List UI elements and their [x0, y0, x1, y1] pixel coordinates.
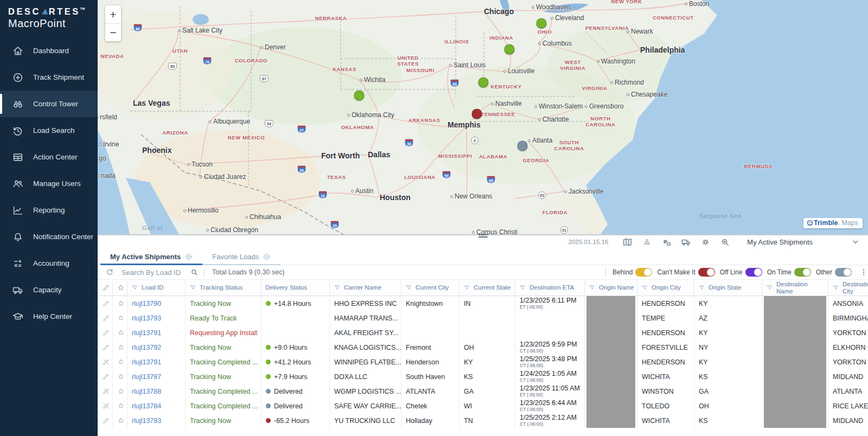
close-circle-icon[interactable] [184, 253, 193, 261]
shipment-marker-delivered[interactable] [518, 141, 528, 151]
city-dot [551, 17, 553, 20]
truck-icon[interactable] [681, 237, 691, 247]
cell-origin_state: KY [694, 325, 762, 340]
legend-toggle[interactable] [835, 268, 852, 277]
sidebar-item-action-center[interactable]: Action Center [0, 144, 98, 170]
gear-cloud-icon[interactable] [661, 237, 672, 247]
pencil-off-icon[interactable] [102, 387, 110, 395]
filter-funnel-icon[interactable] [334, 284, 341, 291]
sidebar-item-manage-users[interactable]: Manage Users [0, 170, 98, 197]
cell-load_id[interactable]: rlujl13788 [127, 384, 186, 399]
cell-load_id[interactable]: rlujl13791 [127, 325, 186, 340]
refresh-icon[interactable] [105, 268, 114, 277]
column-header-destination_name[interactable]: Destination Name [762, 280, 828, 296]
cell-tracking_status: Tracking Now [186, 296, 261, 311]
sidebar-item-dashboard[interactable]: Dashboard [0, 37, 98, 64]
star-icon[interactable] [117, 299, 125, 307]
pencil-off-icon[interactable] [102, 402, 110, 410]
column-header-delivery_status[interactable]: Delivery Status [261, 280, 330, 296]
column-header-origin_state[interactable]: Origin State [694, 280, 762, 296]
tab-favorite-loads[interactable]: Favorite Loads [202, 248, 280, 265]
pencil-icon[interactable] [102, 343, 110, 351]
sidebar-item-capacity[interactable]: Capacity [0, 277, 98, 303]
shipment-marker-on_time[interactable] [354, 91, 365, 101]
column-header-origin_name[interactable]: Origin Name [585, 280, 637, 296]
cell-load_id[interactable]: rlujl13790 [127, 296, 186, 311]
cluster-icon[interactable] [642, 237, 652, 247]
column-header-load_id[interactable]: Load ID [127, 280, 186, 296]
panel-drag-handle[interactable] [478, 234, 488, 238]
filter-funnel-icon[interactable] [519, 284, 526, 291]
close-circle-icon[interactable] [263, 253, 271, 261]
shipment-marker-cant_make_it[interactable] [472, 109, 482, 119]
map-zoom-out-button[interactable]: − [105, 23, 121, 41]
filter-funnel-icon[interactable] [131, 284, 138, 291]
pencil-icon[interactable] [102, 416, 110, 425]
map-zoom-in-button[interactable]: + [105, 5, 121, 23]
map-canvas[interactable]: NEVADAUTAHCOLORADONEBRASKAKANSASMISSOURI… [98, 0, 868, 234]
pencil-icon[interactable] [102, 299, 110, 307]
cell-destination_name [762, 384, 828, 399]
filter-funnel-icon[interactable] [766, 284, 773, 291]
filter-funnel-icon[interactable] [832, 284, 839, 291]
filter-funnel-icon[interactable] [641, 284, 648, 291]
column-header-current_city[interactable]: Current City [401, 280, 459, 296]
shipment-marker-on_time[interactable] [505, 44, 515, 55]
star-icon[interactable] [117, 329, 125, 337]
sidebar-item-reporting[interactable]: Reporting [0, 197, 98, 223]
legend-toggle[interactable] [794, 268, 811, 277]
sidebar-item-help-center[interactable]: Help Center [0, 303, 98, 330]
cell-load_id[interactable]: rlujl13787 [127, 369, 186, 384]
star-icon[interactable] [117, 416, 125, 425]
filter-funnel-icon[interactable] [698, 284, 705, 291]
gear-icon[interactable] [700, 237, 711, 247]
star-icon[interactable] [117, 358, 125, 366]
legend-item-off-line: Off Line [720, 268, 762, 277]
pencil-icon[interactable] [102, 314, 110, 322]
search-input[interactable] [120, 268, 184, 277]
map-icon[interactable] [622, 237, 633, 247]
chevron-down-icon[interactable] [851, 237, 860, 247]
pencil-icon[interactable] [102, 373, 110, 381]
sidebar-item-track-shipment[interactable]: Track Shipment [0, 64, 98, 91]
search-icon[interactable] [190, 268, 199, 277]
city-dot [260, 46, 263, 49]
sidebar-item-load-search[interactable]: Load Search [0, 117, 98, 144]
cell-load_id[interactable]: rlujl13783 [127, 413, 186, 428]
column-header-carrier_name[interactable]: Carrier Name [330, 280, 401, 296]
shipment-marker-on_time[interactable] [478, 78, 489, 88]
kebab-menu-icon[interactable] [859, 268, 868, 277]
filter-funnel-icon[interactable] [589, 284, 596, 291]
legend-toggle[interactable] [745, 268, 762, 277]
column-header-origin_city[interactable]: Origin City [637, 280, 694, 296]
column-header-tracking_status[interactable]: Tracking Status [186, 280, 261, 296]
filter-funnel-icon[interactable] [463, 284, 470, 291]
cell-load_id[interactable]: rlujl13793 [127, 311, 186, 325]
legend-label: On Time [767, 268, 792, 276]
shipment-marker-on_time[interactable] [537, 18, 547, 29]
cell-load_id[interactable]: rlujl13784 [127, 399, 186, 413]
star-icon[interactable] [117, 402, 125, 410]
column-header-destination_eta[interactable]: Destination ETA [515, 280, 585, 296]
sidebar-item-accounting[interactable]: Accounting [0, 250, 98, 277]
filter-funnel-icon[interactable] [405, 284, 412, 291]
cell-load_id[interactable]: rlujl13791 [127, 355, 186, 369]
star-icon[interactable] [117, 373, 125, 381]
highway-shield: 91 [560, 226, 568, 234]
zoom-in-icon[interactable] [720, 237, 730, 247]
star-icon[interactable] [117, 343, 125, 351]
legend-toggle[interactable] [698, 268, 715, 277]
tab-my-active-shipments[interactable]: My Active Shipments [100, 248, 202, 265]
sidebar-item-control-tower[interactable]: Control Tower [0, 91, 98, 117]
view-selector[interactable]: My Active Shipments [747, 238, 813, 246]
sidebar-item-notification-center[interactable]: Notification Center [0, 223, 98, 250]
column-header-destination_city[interactable]: Destination City [828, 280, 868, 296]
pencil-icon[interactable] [102, 329, 110, 337]
cell-load_id[interactable]: rlujl13792 [127, 340, 186, 355]
star-icon[interactable] [117, 314, 125, 322]
pencil-off-icon[interactable] [102, 358, 110, 366]
filter-funnel-icon[interactable] [189, 284, 196, 291]
legend-toggle[interactable] [635, 268, 652, 277]
star-icon[interactable] [117, 387, 125, 395]
column-header-current_state[interactable]: Current State [459, 280, 515, 296]
